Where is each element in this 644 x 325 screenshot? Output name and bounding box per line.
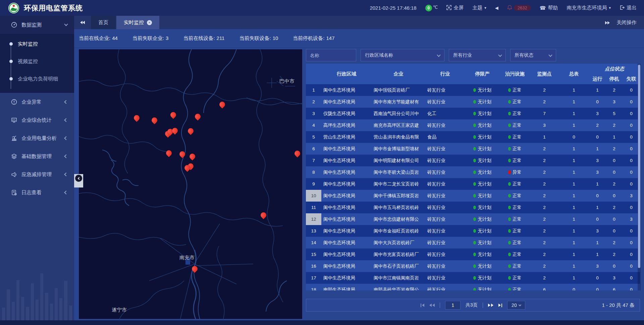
table-row-1[interactable]: 1阆中生态环境局阆中强锐页岩砖厂砖瓦行业无计划正常21120	[306, 84, 640, 96]
cell-index: 12	[306, 213, 321, 225]
cell-facility: 正常	[500, 143, 530, 155]
sidebar-item-1[interactable]: 企业异常	[0, 93, 74, 111]
col-company: 企业	[372, 64, 425, 84]
cell-index: 6	[306, 143, 321, 155]
cell-meters: 1	[559, 190, 589, 202]
notification-badge: 2632	[514, 5, 531, 11]
sidebar-item-6[interactable]: 日志查看	[0, 183, 74, 202]
table-row-18[interactable]: 18南部生态环境局南部县砖华页岩有限公砖瓦行业无计划正常60060	[306, 284, 640, 290]
cell-meters: 1	[559, 237, 589, 249]
cell-index: 4	[306, 119, 321, 131]
table-row-12[interactable]: 12阆中生态环境局阆中市忠信建材有限公砖瓦行业无计划正常21003	[306, 213, 640, 225]
cell-industry: 砖瓦行业	[425, 96, 465, 108]
cell-company: 阆中市光富页岩机砖厂	[372, 249, 425, 260]
cell-industry: 砖瓦行业	[425, 225, 465, 237]
sidebar-item-4[interactable]: 基础数据管理	[0, 147, 74, 165]
scrollbar-thumb[interactable]	[638, 65, 640, 268]
scroll-tabs-left-icon[interactable]	[74, 16, 91, 29]
org-dropdown[interactable]: 南充市生态环境局▾	[567, 5, 611, 11]
theme-dropdown[interactable]: 主题▾	[472, 5, 486, 11]
sidebar-subitem-0[interactable]: 实时监控	[0, 35, 74, 53]
table-row-17[interactable]: 17阆中生态环境局阆中市江南镇阆南页岩砖瓦行业无计划正常21030	[306, 272, 640, 284]
cell-company: 阆中市五马桥页岩机砖	[372, 202, 425, 213]
cell-industry: 砖瓦行业	[425, 178, 465, 190]
table-row-4[interactable]: 4高坪生态环境局南充市高坪区王家店建砖瓦行业无计划正常31220	[306, 119, 640, 131]
cell-limit: 无计划	[465, 178, 500, 190]
industry-filter-select[interactable]: 所有行业	[449, 49, 506, 61]
map-panel[interactable]: 巴中市南充市遂宁市	[78, 49, 303, 319]
logout-button[interactable]: 退出	[620, 5, 637, 11]
tab-1[interactable]: 实时监控×	[116, 16, 159, 29]
cell-facility: 正常	[500, 260, 530, 272]
page-size-select[interactable]: 20	[507, 301, 525, 310]
stat-value: 44	[112, 35, 118, 41]
table-row-3[interactable]: 3仪陇生态环境局西南油气田分公司川中化工无计划正常71350	[306, 108, 640, 119]
sidebar-item-3[interactable]: 企业用电量分析	[0, 129, 74, 147]
table-row-14[interactable]: 14阆中生态环境局阆中大兴页岩机砖厂砖瓦行业无计划正常21120	[306, 237, 640, 249]
scroll-tabs-right-icon[interactable]	[605, 20, 610, 25]
status-dot-green	[473, 206, 476, 209]
pagination-bar: 共3页 20 1 - 20 共 47 条	[306, 299, 640, 312]
temperature-value: 0	[425, 5, 432, 11]
sidebar-subitem-2[interactable]: 企业电力负荷明细	[0, 70, 74, 88]
table-row-8[interactable]: 8阆中生态环境局阆中市枣碧大梁山页岩砖瓦行业无计划异常21300	[306, 166, 640, 178]
region-filter-select[interactable]: 行政区域名称	[361, 49, 444, 61]
cell-facility: 正常	[500, 108, 530, 119]
table-row-7[interactable]: 7阆中生态环境局阆中明阳建材有限公司砖瓦行业无计划正常21300	[306, 155, 640, 166]
sidebar-item-5[interactable]: 应急减排管理	[0, 165, 74, 183]
cell-meters: 1	[559, 84, 589, 96]
table-row-15[interactable]: 15阆中生态环境局阆中市光富页岩机砖厂砖瓦行业无计划正常21120	[306, 249, 640, 260]
status-dot-green	[508, 100, 511, 104]
cell-company: 南充市高坪区王家店建	[372, 119, 425, 131]
sidebar: 数据监测实时监控视频监控企业电力负荷明细企业异常企业综合统计企业用电量分析基础数…	[0, 16, 74, 320]
cell-points: 2	[530, 237, 559, 249]
megaphone-icon	[11, 171, 17, 177]
cell-run: 0	[589, 190, 606, 202]
cell-run: 2	[589, 119, 606, 131]
table-row-16[interactable]: 16阆中生态环境局阆中市石子页岩机砖厂砖瓦行业无计划正常21300	[306, 260, 640, 272]
cell-industry: 砖瓦行业	[425, 249, 465, 260]
table-row-5[interactable]: 5营山生态环境局营山县润丰肉食品有限食品无计划正常10010	[306, 131, 640, 143]
cell-stop: 3	[606, 272, 623, 284]
audio-icon[interactable]: ◀	[495, 5, 498, 10]
sidebar-submenu: 实时监控视频监控企业电力负荷明细	[0, 34, 74, 93]
table-row-13[interactable]: 13阆中生态环境局阆中市金福旺页岩机砖砖瓦行业无计划正常21300	[306, 225, 640, 237]
sidebar-item-0[interactable]: 数据监测	[0, 16, 74, 34]
sidebar-item-2[interactable]: 企业综合统计	[0, 111, 74, 129]
table-row-6[interactable]: 6阆中生态环境局阆中市金博瑞新型墙材砖瓦行业无计划正常21120	[306, 143, 640, 155]
table-row-11[interactable]: 11阆中生态环境局阆中市五马桥页岩机砖砖瓦行业无计划正常21120	[306, 202, 640, 213]
cell-meters: 1	[559, 272, 589, 284]
prev-page-icon[interactable]	[429, 304, 435, 307]
page-number-input[interactable]	[445, 301, 461, 310]
table-row-2[interactable]: 2阆中生态环境局阆中市南方节能建材有砖瓦行业无计划正常21030	[306, 96, 640, 108]
cell-meters: 1	[559, 155, 589, 166]
map-collapse-handle[interactable]	[74, 174, 83, 187]
tab-0[interactable]: 首页	[91, 16, 116, 29]
next-page-icon[interactable]	[488, 304, 493, 307]
status-dot-green	[508, 253, 511, 256]
name-filter-input[interactable]	[306, 49, 356, 61]
status-dot-green	[508, 194, 511, 198]
sidebar-subitem-1[interactable]: 视频监控	[0, 53, 74, 70]
last-page-icon[interactable]	[498, 304, 502, 307]
cell-region: 阆中生态环境局	[321, 84, 372, 96]
close-operations-button[interactable]: 关闭操作	[616, 19, 637, 26]
stat-item-2: 当前在线设备:211	[183, 35, 224, 42]
fullscreen-button[interactable]: 全屏	[446, 5, 464, 11]
cell-points: 2	[530, 190, 559, 202]
help-button[interactable]: ☎ 帮助	[540, 5, 558, 11]
notification-button[interactable]: 2632	[507, 5, 531, 11]
first-page-icon[interactable]	[421, 304, 424, 307]
dot-icon	[9, 77, 13, 80]
status-dot-green	[508, 159, 511, 162]
sidebar-subitem-label: 实时监控	[18, 41, 38, 47]
table-row-10[interactable]: 10阆中生态环境局阆中千佛镇五郎垭页岩砖瓦行业无计划正常21003	[306, 190, 640, 202]
cell-industry: 砖瓦行业	[425, 155, 465, 166]
table-scrollbar[interactable]	[638, 64, 641, 290]
cell-meters: 1	[559, 96, 589, 108]
top-header: 环保用电监管系统 2021-02-25 17:46:18 0 ℃ 全屏 主题▾ …	[0, 0, 644, 16]
status-filter-select[interactable]: 所有状态	[510, 49, 556, 61]
sidebar-item-label: 应急减排管理	[21, 171, 52, 178]
tab-close-icon[interactable]: ×	[147, 20, 152, 25]
table-row-9[interactable]: 9阆中生态环境局阆中市二龙长宝页岩砖砖瓦行业无计划正常21120	[306, 178, 640, 190]
